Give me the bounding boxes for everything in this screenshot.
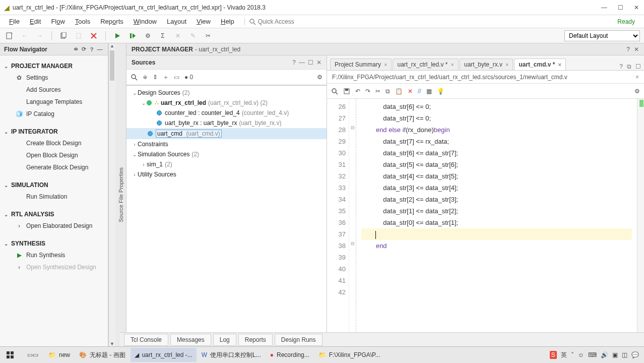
taskbar-recording[interactable]: ●Recording... (266, 348, 313, 362)
menu-help[interactable]: Help (217, 17, 238, 26)
tree-counter-led[interactable]: counter_led : counter_led_4 (counter_led… (126, 108, 327, 118)
tray-face-icon[interactable]: ☺ (578, 351, 584, 358)
tray-ime-icon[interactable]: S (550, 351, 557, 359)
close-icon[interactable]: × (505, 62, 508, 68)
editor-max-icon[interactable]: ☐ (635, 63, 641, 70)
section-simulation[interactable]: ⌄SIMULATION (0, 179, 108, 191)
editor-copy-icon[interactable]: ⧉ (385, 88, 390, 95)
tree-constraints[interactable]: › Constraints (126, 139, 327, 149)
fold-gutter[interactable]: ⊟⊟ (349, 99, 356, 339)
sources-help-icon[interactable]: ? (292, 59, 296, 66)
sources-edit-icon[interactable]: ▭ (174, 74, 179, 81)
quick-access[interactable] (244, 18, 359, 25)
run-button[interactable] (112, 30, 123, 41)
close-icon[interactable]: × (384, 62, 387, 68)
editor-cut-icon[interactable]: ✂ (375, 88, 380, 95)
editor-redo-icon[interactable]: ↷ (365, 88, 370, 95)
paste-button[interactable] (73, 30, 84, 41)
editor-help-icon[interactable]: ? (619, 63, 623, 70)
tree-simulation-sources[interactable]: ⌄ Simulation Sources (2) (126, 149, 327, 159)
section-synthesis[interactable]: ⌄SYNTHESIS (0, 238, 108, 249)
close-button[interactable]: ✕ (633, 4, 640, 11)
nav-collapse-icon[interactable]: ≑ (72, 46, 80, 52)
close-icon[interactable]: × (558, 62, 561, 68)
tray-up-icon[interactable]: ˄ (571, 351, 574, 358)
sources-add-icon[interactable]: ＋ (163, 73, 169, 82)
nav-ip-catalog[interactable]: 🧊IP Catalog (0, 108, 108, 120)
nav-open-block-design[interactable]: Open Block Design (0, 149, 108, 161)
taskbar-folder-new[interactable]: 📁new (44, 348, 74, 362)
editor-restore-icon[interactable]: ⧉ (627, 63, 631, 70)
minimize-button[interactable]: — (601, 4, 608, 11)
layout-select[interactable]: Default Layout (564, 30, 640, 41)
sources-min-icon[interactable]: — (299, 59, 305, 66)
editor-bulb-icon[interactable]: 💡 (437, 88, 444, 95)
tree-sim-1[interactable]: › sim_1 (2) (126, 159, 327, 169)
editor-search-icon[interactable] (331, 88, 338, 95)
code-editor[interactable]: data_str[6] <= 0; data_str[7] <= 0; end … (356, 99, 637, 339)
nav-settings[interactable]: ✿Settings (0, 72, 108, 84)
menu-layout[interactable]: Layout (163, 17, 190, 26)
editor-paste-icon[interactable]: 📋 (395, 88, 403, 95)
editor-save-icon[interactable] (343, 88, 350, 95)
taskbar-explorer[interactable]: 📁F:\Xilinx_FPGA\P... (314, 348, 384, 362)
menu-tools[interactable]: Tools (71, 17, 94, 26)
tree-uart-cmd[interactable]: uart_cmd (uart_cmd.v) (126, 128, 327, 139)
editor-delete-icon[interactable]: ✕ (408, 88, 413, 95)
editor-undo-icon[interactable]: ↶ (355, 88, 360, 95)
taskbar-paint[interactable]: 🎨无标题 - 画图 (75, 348, 130, 362)
editor-vscrollbar[interactable] (637, 99, 644, 339)
tree-uart-byte-rx[interactable]: uart_byte_rx : uart_byte_rx (uart_byte_r… (126, 118, 327, 128)
sources-close-icon[interactable]: ✕ (316, 59, 321, 66)
sources-gear-icon[interactable]: ⚙ (317, 74, 323, 81)
cut-button[interactable]: ✂ (203, 30, 214, 41)
editor-comment-icon[interactable]: // (418, 88, 421, 95)
menu-view[interactable]: View (192, 17, 215, 26)
back-button[interactable]: ← (19, 30, 30, 41)
editor-gear-icon[interactable]: ⚙ (634, 88, 640, 95)
nav-help-icon[interactable]: ? (88, 46, 96, 52)
nav-minimize-icon[interactable]: — (96, 46, 104, 52)
copy-button[interactable] (58, 30, 69, 41)
tray-app-icon[interactable]: ▣ (612, 351, 618, 358)
menu-window[interactable]: Window (130, 17, 161, 26)
sigma-button[interactable]: Σ (157, 30, 168, 41)
source-file-properties-tab[interactable]: Source File Properties (115, 43, 126, 346)
taskbar-vivado[interactable]: ◢uart_rx_ctrl_led -... (131, 348, 197, 362)
nav-create-block-design[interactable]: Create Block Design (0, 137, 108, 149)
nav-run-simulation[interactable]: Run Simulation (0, 191, 108, 203)
tab-uart-rx-ctrl-led[interactable]: uart_rx_ctrl_led.v *× (393, 58, 458, 70)
tab-messages[interactable]: Messages (170, 334, 211, 346)
tab-uart-byte-rx[interactable]: uart_byte_rx.v× (460, 58, 513, 70)
tree-utility-sources[interactable]: › Utility Sources (126, 169, 327, 179)
tray-keyboard-icon[interactable]: ⌨ (588, 351, 597, 358)
task-view-button[interactable]: ▭▭ (23, 348, 43, 362)
sources-search-icon[interactable] (131, 74, 138, 81)
close-icon[interactable]: × (451, 62, 454, 68)
tree-design-sources[interactable]: ⌄ Design Sources (2) (126, 88, 327, 98)
new-button[interactable] (4, 30, 15, 41)
tray-square-icon[interactable]: ◫ (622, 351, 627, 358)
sources-filter-icon[interactable]: ≑ (143, 74, 148, 81)
path-close-icon[interactable]: × (635, 74, 639, 81)
menu-edit[interactable]: Edit (26, 17, 45, 26)
nav-refresh-icon[interactable]: ⟳ (80, 46, 88, 52)
section-ip-integrator[interactable]: ⌄IP INTEGRATOR (0, 126, 108, 137)
tab-reports[interactable]: Reports (238, 334, 273, 346)
pm-help-icon[interactable]: ? (626, 46, 630, 53)
tray-volume-icon[interactable]: 🔊 (601, 351, 608, 358)
edit-button[interactable]: ✎ (187, 30, 199, 41)
tab-tcl-console[interactable]: Tcl Console (124, 334, 168, 346)
menu-file[interactable]: File (5, 17, 24, 26)
tray-notif-icon[interactable]: 💬 (631, 351, 639, 358)
gear-button[interactable]: ⚙ (142, 30, 153, 41)
editor-column-icon[interactable]: ▦ (426, 88, 432, 95)
menu-flow[interactable]: Flow (47, 17, 69, 26)
quick-access-input[interactable] (258, 18, 359, 25)
pm-close-icon[interactable]: ✕ (634, 46, 639, 53)
sources-collapse-icon[interactable]: ⇕ (153, 74, 158, 81)
nav-scrollbar[interactable]: ▲ ▼ (108, 43, 115, 346)
nav-add-sources[interactable]: Add Sources (0, 84, 108, 96)
start-button[interactable] (2, 348, 22, 362)
taskbar-word[interactable]: W使用串口来控制L... (198, 348, 265, 362)
